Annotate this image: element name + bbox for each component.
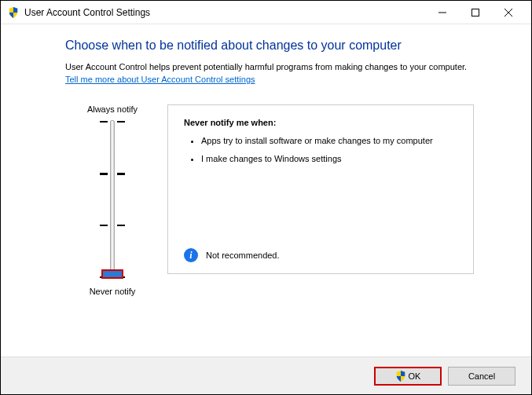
recommendation-row: i Not recommended. [184, 248, 280, 262]
titlebar: User Account Control Settings [1, 1, 531, 24]
notification-slider[interactable] [89, 120, 136, 277]
learn-more-link[interactable]: Tell me more about User Account Control … [65, 75, 255, 84]
info-bullet-1: Apps try to install software or make cha… [201, 135, 457, 147]
page-heading: Choose when to be notified about changes… [65, 38, 500, 53]
ok-button-label: OK [409, 371, 421, 381]
cancel-button[interactable]: Cancel [448, 367, 515, 386]
maximize-button[interactable] [459, 1, 492, 24]
slider-label-never: Never notify [90, 287, 136, 296]
window-title: User Account Control Settings [24, 7, 426, 18]
footer-bar: OK Cancel [1, 357, 531, 394]
slider-label-always: Always notify [87, 104, 138, 114]
ok-button[interactable]: OK [374, 367, 442, 386]
cancel-button-label: Cancel [468, 371, 495, 381]
info-title: Never notify me when: [184, 118, 457, 127]
recommendation-text: Not recommended. [206, 251, 280, 260]
svg-rect-1 [472, 9, 479, 16]
slider-column: Always notify Never notify [65, 104, 160, 296]
minimize-button[interactable] [426, 1, 459, 24]
info-bullet-2: I make changes to Windows settings [201, 153, 457, 165]
slider-thumb[interactable] [101, 269, 123, 279]
uac-shield-icon [395, 371, 406, 382]
info-icon: i [184, 248, 198, 262]
description-text: User Account Control helps prevent poten… [65, 62, 500, 71]
content-area: Choose when to be notified about changes… [1, 24, 531, 296]
close-button[interactable] [492, 1, 525, 24]
info-panel: Never notify me when: Apps try to instal… [167, 104, 474, 274]
uac-shield-icon [7, 6, 20, 19]
